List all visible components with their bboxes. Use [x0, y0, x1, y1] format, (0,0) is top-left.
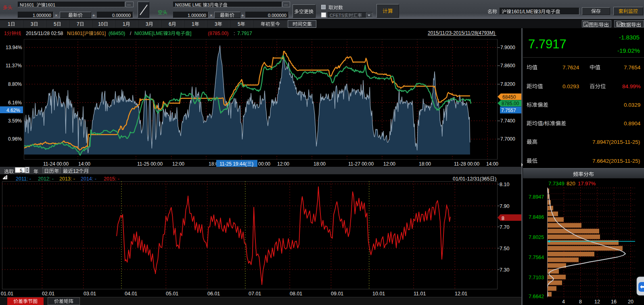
svg-text:0.0329: 0.0329: [624, 102, 640, 108]
svg-text:5: 5: [238, 21, 240, 27]
svg-text:3: 3: [146, 21, 148, 27]
svg-text:10.01: 10.01: [372, 291, 385, 297]
svg-text:0.8904: 0.8904: [624, 120, 641, 127]
svg-text:11-24 00:00: 11-24 00:00: [43, 161, 69, 167]
svg-text:NI03ME[LME: NI03ME[LME: [134, 31, 163, 36]
svg-text:01/01-12/31(365: 01/01-12/31(365: [453, 176, 490, 182]
svg-text:1601/LME: 1601/LME: [511, 9, 533, 15]
svg-text:12:00: 12:00: [172, 161, 184, 167]
svg-text:11.37%: 11.37%: [6, 63, 22, 68]
svg-text:12:00: 12:00: [277, 161, 289, 167]
svg-text:14:00: 14:00: [78, 161, 90, 167]
svg-text:2013: -: 2013: -: [59, 176, 75, 182]
svg-text:/: /: [130, 31, 132, 36]
svg-text:7.7917: 7.7917: [237, 31, 252, 36]
svg-text:7.7557: 7.7557: [501, 108, 516, 113]
svg-text:7.8947(2015-11-25): 7.8947(2015-11-25): [592, 139, 640, 145]
svg-text:8: 8: [579, 299, 582, 305]
svg-text:02.01: 02.01: [42, 291, 54, 297]
svg-text:07.01: 07.01: [249, 291, 261, 297]
svg-text:05.01: 05.01: [166, 291, 178, 297]
svg-text:04.01: 04.01: [125, 291, 137, 297]
svg-text:]: ]: [190, 31, 191, 36]
svg-text:7.6642(2015-11-25): 7.6642(2015-11-25): [592, 158, 640, 164]
svg-text:01.01: 01.01: [1, 291, 13, 297]
svg-text:1: 1: [4, 31, 7, 36]
svg-text:+: +: [92, 13, 95, 18]
svg-text:+: +: [241, 13, 244, 18]
svg-text:4.62%: 4.62%: [6, 108, 20, 113]
svg-text:1601]: 1601]: [94, 31, 106, 36]
svg-text:7.7654: 7.7654: [624, 64, 641, 71]
svg-text:6: 6: [169, 21, 171, 27]
svg-text:1.000000: 1.000000: [188, 13, 206, 18]
svg-text:7.7000: 7.7000: [500, 136, 515, 142]
svg-text:): ): [252, 161, 253, 167]
svg-text:8.80%: 8.80%: [8, 81, 22, 87]
svg-text:5: 5: [20, 168, 23, 174]
svg-text:-1.8305: -1.8305: [619, 34, 640, 41]
svg-text:3: 3: [207, 2, 210, 7]
svg-text:/: /: [543, 120, 545, 127]
svg-text:7.7917: 7.7917: [528, 37, 567, 51]
svg-text:1: 1: [123, 21, 125, 27]
svg-text:0.000000: 0.000000: [268, 13, 286, 18]
svg-text:00:00: 00:00: [258, 161, 270, 167]
svg-text:2015: -: 2015: -: [104, 176, 119, 182]
svg-text:...: ...: [284, 1, 288, 6]
svg-text:20: 20: [628, 299, 634, 305]
svg-text:08.01: 08.01: [290, 291, 302, 297]
svg-text:0.000000: 0.000000: [112, 13, 131, 18]
svg-text:11.01: 11.01: [414, 291, 426, 297]
svg-text:NI1601[: NI1601[: [67, 31, 84, 36]
svg-text:11-25 19:44(: 11-25 19:44(: [220, 161, 247, 167]
svg-text:2014: -: 2014: -: [81, 176, 96, 182]
svg-text:18:00: 18:00: [314, 161, 326, 167]
svg-text:7.8025: 7.8025: [529, 234, 544, 240]
svg-text:3.59%: 3.59%: [8, 118, 22, 124]
svg-text:NI1601: NI1601: [20, 2, 34, 7]
svg-text:(68450): (68450): [109, 31, 125, 36]
svg-text:7.7400: 7.7400: [500, 118, 515, 124]
svg-text:CFETS: CFETS: [330, 13, 344, 18]
svg-text:7.7624: 7.7624: [562, 64, 579, 71]
svg-text:03.01: 03.01: [84, 291, 96, 297]
svg-text:06.01: 06.01: [207, 291, 220, 297]
svg-text:7.6642: 7.6642: [529, 294, 544, 299]
svg-text:NI03ME LME: NI03ME LME: [175, 2, 201, 7]
svg-text:0.96%: 0.96%: [8, 136, 22, 142]
svg-text:7.90: 7.90: [500, 203, 509, 209]
svg-text:7.7103: 7.7103: [529, 275, 544, 280]
svg-text:12:00: 12:00: [383, 161, 395, 167]
svg-text:2012: -: 2012: -: [38, 176, 54, 182]
svg-text::: :: [234, 31, 235, 36]
svg-text:8.10: 8.10: [500, 182, 509, 187]
svg-text:820: 820: [567, 181, 575, 187]
svg-text:1601: 1601: [46, 2, 55, 7]
svg-text:7.7349: 7.7349: [548, 181, 565, 187]
svg-text:...: ...: [127, 1, 131, 6]
svg-text:18:00: 18:00: [419, 161, 431, 167]
svg-text:×: ×: [55, 13, 57, 18]
svg-text:2011: -: 2011: -: [16, 176, 31, 182]
svg-text:7.8486: 7.8486: [529, 214, 544, 220]
svg-text:68450: 68450: [502, 94, 516, 100]
svg-text:6.16%: 6.16%: [8, 100, 22, 106]
svg-text:84.99%: 84.99%: [622, 83, 641, 89]
svg-text:7.9000: 7.9000: [500, 45, 515, 50]
svg-text:12: 12: [73, 168, 79, 174]
svg-text:10: 10: [98, 21, 104, 27]
svg-text:7.70: 7.70: [500, 224, 509, 230]
svg-text:1.000000: 1.000000: [33, 13, 51, 18]
svg-text:7.8200: 7.8200: [500, 81, 515, 87]
svg-text:2015/11/23-2015/11/28(4793M): 2015/11/23-2015/11/28(4793M): [428, 30, 495, 36]
svg-text:09.01: 09.01: [331, 291, 343, 297]
svg-text:12: 12: [594, 299, 600, 305]
svg-text:3: 3: [215, 21, 217, 27]
svg-text:11-25 00:00: 11-25 00:00: [137, 161, 163, 167]
svg-text:11-28 00:00: 11-28 00:00: [454, 161, 479, 167]
svg-text:3: 3: [168, 31, 171, 36]
svg-text:14:00: 14:00: [486, 161, 498, 167]
svg-text:17.97%: 17.97%: [578, 181, 596, 187]
svg-text:2015/11/28 02:58: 2015/11/28 02:58: [26, 31, 63, 36]
